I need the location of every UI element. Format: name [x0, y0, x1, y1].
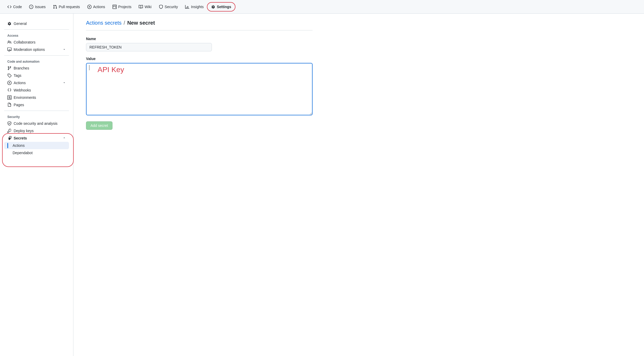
add-secret-button[interactable]: Add secret [86, 121, 112, 130]
name-input[interactable] [86, 43, 212, 51]
codesecurity-icon [7, 121, 12, 126]
sidebar-sub-item-actions[interactable]: Actions [4, 142, 69, 149]
sidebar-sub-dependabot-label: Dependabot [13, 151, 33, 155]
moderation-icon [7, 47, 12, 52]
breadcrumb-link[interactable]: Actions secrets [86, 20, 122, 26]
secrets-chevron-icon [63, 136, 66, 140]
secrets-circle-wrapper: Secrets Actions Dependabot [4, 134, 69, 157]
sidebar-item-code-security[interactable]: Code security and analysis [4, 120, 69, 127]
main-layout: General Access Collaborators [0, 14, 644, 356]
security-nav-icon [159, 5, 163, 9]
cursor-indicator [89, 65, 89, 70]
sidebar-item-webhooks[interactable]: Webhooks [4, 87, 69, 94]
name-label: Name [86, 37, 313, 41]
nav-insights[interactable]: Insights [182, 3, 207, 10]
sidebar-item-deploy-keys[interactable]: Deploy keys [4, 127, 69, 134]
sidebar-deploy-keys-label: Deploy keys [14, 129, 34, 133]
security-section-title: Security [4, 113, 69, 120]
tag-icon [7, 73, 12, 78]
sidebar-item-secrets[interactable]: Secrets [4, 134, 69, 142]
sidebar-item-branches[interactable]: Branches [4, 64, 69, 72]
webhook-icon [7, 88, 12, 92]
settings-nav-icon [211, 5, 215, 9]
nav-actions-label: Actions [93, 5, 105, 9]
sidebar-webhooks-label: Webhooks [14, 88, 31, 92]
nav-pull-requests[interactable]: Pull requests [50, 3, 83, 10]
value-form-group: Value API Key [86, 57, 313, 116]
secret-icon [7, 136, 12, 140]
value-label: Value [86, 57, 313, 61]
value-textarea[interactable] [86, 63, 313, 115]
nav-wiki-label: Wiki [144, 5, 151, 9]
sidebar-pages-label: Pages [14, 103, 24, 107]
key-icon [7, 129, 12, 133]
branch-icon [7, 66, 12, 70]
sidebar-item-collaborators[interactable]: Collaborators [4, 39, 69, 46]
sidebar-item-tags[interactable]: Tags [4, 72, 69, 79]
sidebar-actions-label: Actions [14, 81, 26, 85]
actions-nav-icon [87, 5, 92, 9]
sidebar-secrets-label: Secrets [14, 136, 27, 140]
sidebar-environments-label: Environments [14, 95, 36, 100]
moderation-chevron-icon [63, 47, 66, 52]
nav-security-label: Security [165, 5, 178, 9]
actions-sidebar-icon [7, 81, 12, 85]
nav-settings-label: Settings [217, 5, 231, 9]
nav-issues-label: Issues [35, 5, 45, 9]
sidebar-item-environments[interactable]: Environments [4, 94, 69, 101]
sidebar-code-security-label: Code security and analysis [14, 121, 57, 126]
sidebar: General Access Collaborators [0, 14, 73, 356]
textarea-wrapper: API Key [86, 63, 313, 116]
sidebar-general-label: General [14, 21, 27, 26]
sidebar-item-general[interactable]: General [4, 20, 69, 27]
sidebar-section-top: General [4, 20, 69, 27]
access-section-title: Access [4, 32, 69, 39]
issue-icon [29, 5, 33, 9]
wiki-icon [139, 5, 143, 9]
top-nav: Code Issues Pull requests Actions [0, 0, 644, 14]
nav-wiki[interactable]: Wiki [136, 3, 154, 10]
pr-icon [53, 5, 57, 9]
sidebar-moderation-label: Moderation options [14, 47, 45, 52]
nav-code-label: Code [13, 5, 22, 9]
sidebar-collaborators-label: Collaborators [14, 40, 35, 44]
sidebar-sub-item-dependabot[interactable]: Dependabot [4, 149, 69, 157]
sidebar-sub-actions-label: Actions [13, 143, 25, 148]
nav-settings[interactable]: Settings [208, 3, 234, 10]
nav-insights-label: Insights [191, 5, 203, 9]
main-content: Actions secrets / New secret Name Value … [73, 14, 325, 356]
code-icon [7, 5, 12, 9]
nav-pr-label: Pull requests [59, 5, 80, 9]
sidebar-section-security: Security Code security and analysis Depl… [4, 113, 69, 157]
sidebar-branches-label: Branches [14, 66, 29, 70]
sidebar-item-actions[interactable]: Actions [4, 79, 69, 87]
nav-projects-label: Projects [118, 5, 132, 9]
projects-icon [112, 5, 117, 9]
actions-chevron-icon [63, 81, 66, 85]
breadcrumb-separator: / [124, 20, 125, 26]
gear-icon [7, 21, 12, 26]
breadcrumb-current: New secret [127, 20, 155, 26]
sidebar-tags-label: Tags [14, 73, 22, 78]
sidebar-item-moderation[interactable]: Moderation options [4, 46, 69, 53]
name-form-group: Name [86, 37, 313, 51]
content-divider [86, 30, 313, 30]
people-icon [7, 40, 12, 44]
nav-code[interactable]: Code [4, 3, 25, 10]
environments-icon [7, 95, 12, 100]
nav-projects[interactable]: Projects [109, 3, 135, 10]
sidebar-section-access: Access Collaborators Moderation options [4, 32, 69, 53]
insights-nav-icon [185, 5, 189, 9]
automation-section-title: Code and automation [4, 58, 69, 64]
nav-actions[interactable]: Actions [84, 3, 108, 10]
sidebar-item-pages[interactable]: Pages [4, 101, 69, 109]
sidebar-section-automation: Code and automation Branches Tags [4, 58, 69, 109]
nav-security[interactable]: Security [156, 3, 181, 10]
breadcrumb: Actions secrets / New secret [86, 20, 313, 26]
pages-icon [7, 103, 12, 107]
nav-issues[interactable]: Issues [26, 3, 49, 10]
